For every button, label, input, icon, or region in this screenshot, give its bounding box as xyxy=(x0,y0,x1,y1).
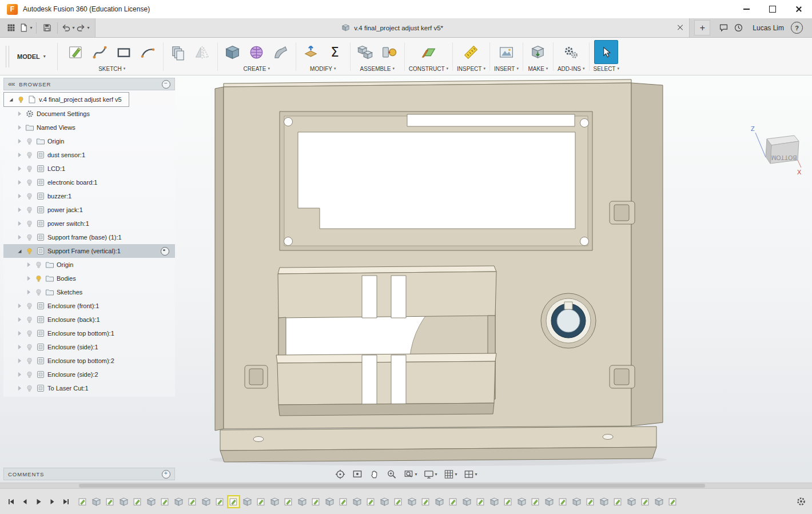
visibility-bulb-icon[interactable] xyxy=(25,316,34,324)
browser-row-support-frame-base-1-1[interactable]: Support frame (base) (1):1 xyxy=(3,230,175,244)
nav-fit-button[interactable]: ▾ xyxy=(402,468,418,480)
visibility-bulb-icon[interactable] xyxy=(25,220,34,228)
tool-measure-button[interactable] xyxy=(460,41,482,63)
timeline-feature-sketch-35[interactable] xyxy=(558,497,568,507)
timeline-feature-sketch-43[interactable] xyxy=(668,497,678,507)
timeline-feature-cube-42[interactable] xyxy=(654,497,664,507)
tool-arc-button[interactable] xyxy=(137,41,159,63)
expand-arrow-icon[interactable] xyxy=(16,193,23,200)
expand-arrow-icon[interactable] xyxy=(16,152,23,158)
visibility-bulb-icon[interactable] xyxy=(34,261,43,269)
ribbon-group-label[interactable]: CONSTRUCT▾ xyxy=(409,65,448,73)
close-button[interactable] xyxy=(786,0,812,18)
view-cube[interactable]: Z BOTTOM X xyxy=(749,124,803,177)
model-base-plate[interactable] xyxy=(220,427,656,462)
browser-row-support-frame-vertical-1[interactable]: Support Frame (vertical):1 xyxy=(3,244,175,258)
tool-sweep-button[interactable] xyxy=(270,41,292,63)
collapse-arrow-icon[interactable] xyxy=(7,96,14,103)
timeline-feature-sketch-15[interactable] xyxy=(284,497,293,507)
tool-pattern-button[interactable] xyxy=(168,41,189,63)
visibility-bulb-icon[interactable] xyxy=(25,357,34,365)
expand-arrow-icon[interactable] xyxy=(16,316,23,323)
tool-rectangle-button[interactable] xyxy=(113,41,135,63)
expand-arrow-icon[interactable] xyxy=(25,261,32,268)
tool-form-button[interactable] xyxy=(246,41,268,63)
nav-look-at-button[interactable] xyxy=(351,468,364,480)
expand-arrow-icon[interactable] xyxy=(16,371,23,378)
browser-row-enclosure-top-bottom-1[interactable]: Enclosure top bottom):1 xyxy=(3,326,175,340)
tool-sketch-button[interactable] xyxy=(65,41,87,63)
job-status-button[interactable] xyxy=(731,21,745,35)
visibility-bulb-icon[interactable] xyxy=(25,247,34,256)
visibility-bulb-icon[interactable] xyxy=(25,329,34,338)
expand-arrow-icon[interactable] xyxy=(16,302,23,309)
expand-arrow-icon[interactable] xyxy=(16,124,23,131)
browser-row-origin[interactable]: Origin xyxy=(3,258,175,272)
expand-arrow-icon[interactable] xyxy=(16,138,23,145)
timeline-feature-cube-38[interactable] xyxy=(599,497,609,507)
browser-row-enclosure-back-1[interactable]: Enclosure (back):1 xyxy=(3,313,175,326)
nav-display-settings-button[interactable]: ▾ xyxy=(422,468,438,480)
expand-arrow-icon[interactable] xyxy=(16,110,23,117)
browser-row-lcd-1[interactable]: LCD:1 xyxy=(3,162,175,176)
nav-viewports-button[interactable]: ▾ xyxy=(463,468,479,480)
new-tab-button[interactable] xyxy=(694,20,710,35)
visibility-bulb-icon[interactable] xyxy=(17,95,25,104)
timeline-feature-cube-34[interactable] xyxy=(544,497,554,507)
expand-arrow-icon[interactable] xyxy=(16,220,23,227)
expand-arrow-icon[interactable] xyxy=(25,275,32,282)
tool-joint-button[interactable] xyxy=(379,41,400,63)
timeline-settings-button[interactable] xyxy=(795,496,807,507)
expand-arrow-icon[interactable] xyxy=(16,330,23,337)
timeline-feature-sketch-29[interactable] xyxy=(476,497,485,507)
timeline-feature-cube-3[interactable] xyxy=(119,497,129,507)
comments-button[interactable] xyxy=(717,21,730,35)
browser-header[interactable]: «« BROWSER − xyxy=(3,78,175,90)
nav-orbit-button[interactable] xyxy=(333,468,347,480)
timeline-feature-sketch-27[interactable] xyxy=(448,497,458,507)
timeline-feature-sketch-2[interactable] xyxy=(105,497,115,507)
expand-arrow-icon[interactable] xyxy=(16,385,23,392)
timeline-feature-sketch-37[interactable] xyxy=(586,497,595,507)
model-display-opening[interactable] xyxy=(280,111,592,250)
tool-addins-button[interactable] xyxy=(560,41,582,63)
ribbon-group-label[interactable]: SELECT▾ xyxy=(594,65,619,73)
expand-arrow-icon[interactable] xyxy=(16,165,23,172)
model-round-hole[interactable] xyxy=(541,293,596,348)
user-account-button[interactable]: Lucas Lim xyxy=(753,24,784,32)
timeline-feature-sketch-19[interactable] xyxy=(339,497,348,507)
ribbon-group-label[interactable]: ASSEMBLE▾ xyxy=(360,65,395,73)
browser-row-enclosure-top-bottom-2[interactable]: Enclosure top bottom):2 xyxy=(3,354,175,368)
browser-row-enclosure-side-2[interactable]: Enclosure (side):2 xyxy=(3,368,175,381)
timeline-feature-sketch-10[interactable] xyxy=(215,497,225,507)
timeline-feature-cube-28[interactable] xyxy=(462,497,472,507)
browser-row-origin[interactable]: Origin xyxy=(3,134,175,148)
timeline-feature-cube-24[interactable] xyxy=(407,497,417,507)
expand-arrow-icon[interactable] xyxy=(16,234,23,241)
visibility-bulb-icon[interactable] xyxy=(34,274,43,283)
visibility-bulb-icon[interactable] xyxy=(25,178,34,187)
help-button[interactable] xyxy=(791,22,803,34)
browser-row-to-laser-cut-1[interactable]: To Laser Cut:1 xyxy=(3,381,175,395)
nav-pan-button[interactable] xyxy=(368,468,381,480)
app-launcher-button[interactable] xyxy=(4,21,18,35)
tool-assemble-button[interactable] xyxy=(355,41,376,63)
tab-close-icon[interactable] xyxy=(676,24,683,31)
visibility-bulb-icon[interactable] xyxy=(25,165,34,173)
chevron-down-icon[interactable]: ▾ xyxy=(455,472,457,477)
browser-row-enclosure-side-1[interactable]: Enclosure (side):1 xyxy=(3,340,175,354)
expand-arrow-icon[interactable] xyxy=(16,357,23,364)
timeline-feature-cube-26[interactable] xyxy=(435,497,444,507)
visibility-bulb-icon[interactable] xyxy=(25,384,34,393)
timeline-feature-sketch-8[interactable] xyxy=(188,497,197,507)
visibility-bulb-icon[interactable] xyxy=(25,370,34,379)
timeline-feature-cube-12[interactable] xyxy=(242,497,252,507)
comments-expand-icon[interactable]: + xyxy=(162,470,170,479)
undo-button[interactable]: ▾ xyxy=(61,21,75,35)
browser-row-document-settings[interactable]: Document Settings xyxy=(3,107,175,121)
timeline-feature-cube-32[interactable] xyxy=(517,497,527,507)
browser-row-power-switch-1[interactable]: power switch:1 xyxy=(3,217,175,230)
timeline-feature-cube-20[interactable] xyxy=(352,497,362,507)
timeline-feature-cube-9[interactable] xyxy=(201,497,211,507)
timeline-scrollbar[interactable] xyxy=(0,483,812,489)
